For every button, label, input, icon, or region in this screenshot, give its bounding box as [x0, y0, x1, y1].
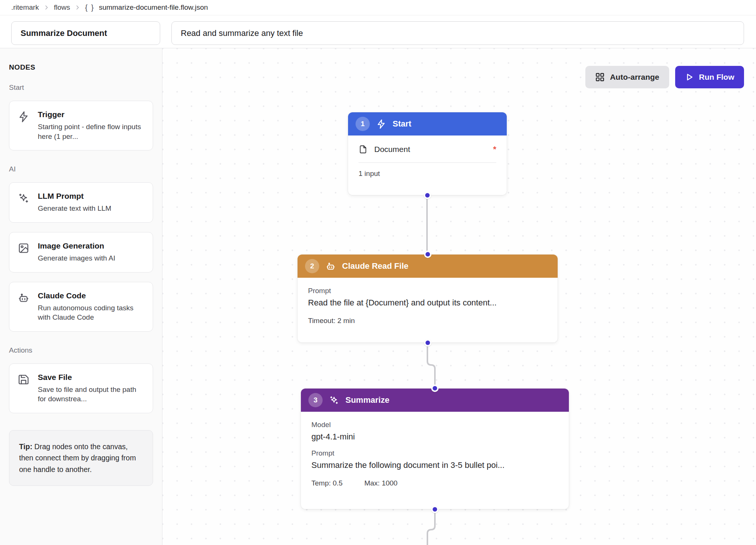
prompt-label: Prompt — [308, 287, 547, 295]
model-label: Model — [311, 421, 558, 429]
sparkles-icon — [18, 192, 30, 204]
node-summarize[interactable]: 3 Summarize Model gpt-4.1-mini Prompt Su… — [301, 389, 569, 509]
section-label-ai: AI — [9, 165, 153, 173]
chevron-right-icon — [74, 4, 80, 10]
max-tokens-value: Max: 1000 — [364, 479, 397, 487]
breadcrumb-file: summarize-document-file.flow.json — [99, 3, 208, 12]
flow-input-name: Document — [374, 145, 410, 154]
play-icon — [685, 73, 694, 82]
input-handle[interactable] — [424, 250, 432, 258]
auto-arrange-label: Auto-arrange — [610, 73, 659, 82]
input-handle[interactable] — [431, 384, 439, 392]
sidebar-heading: NODES — [9, 63, 153, 71]
output-handle[interactable] — [431, 506, 439, 513]
palette-item-title: Trigger — [38, 110, 144, 119]
palette-item-description: Generate text with LLM — [38, 204, 111, 213]
timeout-value: Timeout: 2 min — [308, 317, 355, 325]
palette-item-trigger[interactable]: Trigger Starting point - define flow inp… — [9, 101, 153, 150]
node-claude-header: 2 Claude Read File — [298, 255, 558, 278]
braces-icon: { } — [85, 3, 94, 12]
prompt-value: Summarize the following document in 3-5 … — [311, 460, 558, 470]
output-handle[interactable] — [424, 192, 431, 199]
flow-name-input[interactable] — [11, 21, 160, 45]
edge-claude-to-summarize — [427, 342, 435, 389]
zap-icon — [18, 111, 30, 123]
node-number-badge: 2 — [305, 259, 319, 273]
prompt-label: Prompt — [311, 449, 558, 457]
node-title: Claude Read File — [342, 261, 408, 271]
palette-item-description: Save to file and output the path for dow… — [38, 385, 144, 404]
model-value: gpt-4.1-mini — [311, 432, 558, 442]
tip-box: Tip: Drag nodes onto the canvas, then co… — [9, 430, 153, 486]
flow-meta-row — [0, 15, 756, 48]
breadcrumb: .ritemark flows { } summarize-document-f… — [11, 3, 208, 12]
palette-item-claude-code[interactable]: Claude Code Run autonomous coding tasks … — [9, 282, 153, 332]
section-label-actions: Actions — [9, 346, 153, 354]
auto-arrange-button[interactable]: Auto-arrange — [585, 66, 669, 88]
edge-summarize-to-next — [427, 509, 435, 545]
prompt-value: Read the file at {Document} and output i… — [308, 298, 547, 308]
tip-text: Drag nodes onto the canvas, then connect… — [19, 442, 136, 473]
temperature-value: Temp: 0.5 — [311, 479, 342, 487]
node-start-header: 1 Start — [348, 112, 507, 136]
save-icon — [18, 374, 30, 386]
run-flow-label: Run Flow — [699, 73, 734, 82]
nodes-sidebar: NODES Start Trigger Starting point - def… — [0, 48, 162, 545]
node-start[interactable]: 1 Start Document * 1 input — [348, 112, 507, 195]
flow-description-input[interactable] — [171, 21, 744, 45]
robot-icon — [18, 292, 30, 304]
palette-item-title: Save File — [38, 373, 144, 382]
palette-item-description: Generate images with AI — [38, 253, 115, 263]
zap-icon — [376, 119, 386, 129]
palette-item-title: Claude Code — [38, 291, 144, 300]
palette-item-title: Image Generation — [38, 241, 115, 250]
divider — [359, 162, 496, 163]
node-footer: 1 input — [359, 170, 496, 178]
section-label-start: Start — [9, 83, 153, 92]
required-marker: * — [493, 144, 496, 154]
sparkles-icon — [329, 395, 339, 405]
breadcrumb-root[interactable]: .ritemark — [11, 3, 39, 12]
node-number-badge: 3 — [308, 393, 323, 407]
node-summarize-header: 3 Summarize — [301, 389, 569, 412]
run-flow-button[interactable]: Run Flow — [675, 66, 744, 88]
flow-canvas[interactable]: Auto-arrange Run Flow 1 Start Document *… — [162, 48, 756, 545]
canvas-toolbar: Auto-arrange Run Flow — [585, 66, 744, 88]
node-title: Start — [393, 119, 411, 129]
node-title: Summarize — [345, 395, 389, 405]
tip-label: Tip: — [19, 442, 32, 451]
palette-item-image-generation[interactable]: Image Generation Generate images with AI — [9, 232, 153, 272]
image-icon — [18, 242, 30, 254]
palette-item-description: Run autonomous coding tasks with Claude … — [38, 303, 144, 322]
chevron-right-icon — [43, 4, 49, 10]
breadcrumb-bar: .ritemark flows { } summarize-document-f… — [0, 0, 756, 15]
breadcrumb-flows[interactable]: flows — [54, 3, 70, 12]
robot-icon — [326, 261, 336, 271]
grid-icon — [595, 72, 605, 82]
palette-item-save-file[interactable]: Save File Save to file and output the pa… — [9, 363, 153, 413]
node-number-badge: 1 — [356, 117, 370, 131]
node-claude-read-file[interactable]: 2 Claude Read File Prompt Read the file … — [298, 255, 558, 342]
palette-item-title: LLM Prompt — [38, 192, 111, 201]
file-icon — [359, 145, 368, 154]
palette-item-llm-prompt[interactable]: LLM Prompt Generate text with LLM — [9, 182, 153, 223]
palette-item-description: Starting point - define flow inputs here… — [38, 122, 144, 141]
output-handle[interactable] — [424, 339, 432, 347]
